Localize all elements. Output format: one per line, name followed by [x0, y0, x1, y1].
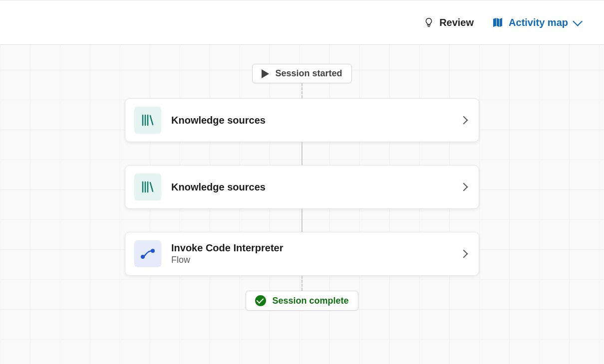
- svg-point-1: [151, 249, 155, 253]
- flow-icon: [134, 240, 161, 267]
- check-circle-icon: [255, 295, 266, 306]
- chevron-right-icon: [460, 250, 468, 258]
- lightbulb-icon: [423, 17, 434, 28]
- activity-map-button[interactable]: Activity map: [492, 16, 580, 28]
- node-subtitle: Flow: [171, 254, 451, 266]
- node-title: Knowledge sources: [171, 181, 451, 193]
- connector: [302, 209, 302, 232]
- play-icon: [262, 69, 269, 78]
- node-knowledge-sources[interactable]: Knowledge sources: [125, 98, 479, 142]
- node-invoke-code-interpreter[interactable]: Invoke Code Interpreter Flow: [125, 232, 479, 276]
- node-title: Knowledge sources: [171, 114, 451, 127]
- toolbar: Review Activity map: [0, 0, 604, 45]
- connector: [302, 276, 302, 291]
- map-icon: [492, 16, 504, 28]
- node-labels: Invoke Code Interpreter Flow: [171, 241, 451, 266]
- chevron-right-icon: [460, 116, 468, 125]
- review-button[interactable]: Review: [423, 17, 474, 28]
- activity-canvas[interactable]: Session started Knowledge sources: [0, 45, 604, 364]
- review-label: Review: [439, 17, 474, 28]
- node-knowledge-sources[interactable]: Knowledge sources: [125, 165, 479, 209]
- svg-point-0: [141, 255, 145, 259]
- books-icon: [134, 107, 161, 134]
- node-title: Invoke Code Interpreter: [171, 241, 451, 254]
- session-complete-label: Session complete: [272, 296, 348, 306]
- activity-map-label: Activity map: [509, 17, 568, 28]
- session-start-label: Session started: [275, 68, 342, 79]
- connector: [302, 142, 302, 165]
- flow-column: Session started Knowledge sources: [125, 45, 479, 311]
- books-icon: [134, 174, 161, 200]
- chevron-right-icon: [460, 183, 468, 191]
- session-complete-badge: Session complete: [246, 291, 358, 311]
- chevron-down-icon: [573, 16, 583, 26]
- node-labels: Knowledge sources: [171, 114, 451, 127]
- session-start-badge: Session started: [252, 64, 351, 83]
- node-labels: Knowledge sources: [171, 181, 451, 193]
- connector: [302, 83, 302, 98]
